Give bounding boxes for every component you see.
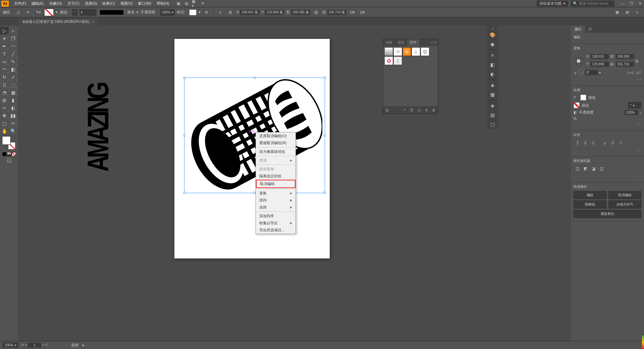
arrange-artboard-icon[interactable]: ▦ [613, 9, 621, 16]
pf-intersect[interactable]: ◪ [590, 165, 597, 172]
symbol-sprayer-tool[interactable]: ❋ [0, 112, 9, 119]
align-hcenter[interactable]: ┼ [582, 139, 589, 146]
next-artboard[interactable]: ▸ [43, 343, 44, 348]
symbol-item[interactable]: ● [402, 47, 411, 56]
current-page[interactable]: 1 [28, 343, 41, 348]
align-icon[interactable]: ≡ [216, 9, 224, 16]
pathfinder-more-icon[interactable]: ⋯ [637, 173, 641, 179]
coord-w[interactable]: 188.395 毫 [291, 10, 310, 15]
cm-undo[interactable]: 还原取消编组(U) [256, 132, 296, 139]
panel-tab-brushes[interactable]: 画笔 [395, 39, 407, 46]
cm-transform[interactable]: 变换▶ [256, 190, 296, 197]
eyedropper-tool[interactable]: ✑ [0, 104, 9, 112]
menu-select[interactable]: 选择(S) [82, 0, 100, 7]
rotate-tool[interactable]: ↻ [0, 73, 9, 81]
line-tool[interactable]: ╱ [9, 50, 17, 58]
magic-wand-tool[interactable]: ✦ [0, 35, 9, 42]
flip-h-icon[interactable]: ▷◁ [628, 71, 633, 74]
stroke-weight[interactable]: ⌃ [72, 9, 77, 16]
panel-menu-icon[interactable]: ≡ [633, 9, 641, 16]
menu-effect[interactable]: 效果(C) [100, 0, 117, 7]
cm-collect-export[interactable]: 收集以导出▶ [256, 220, 296, 227]
align-vcenter[interactable]: ┼ [609, 139, 616, 146]
scale-tool[interactable]: ⤢ [9, 73, 17, 81]
symbol-item[interactable]: ▲ [412, 47, 420, 56]
transform-more-icon[interactable]: ⋯ [637, 77, 641, 82]
prop-opacity[interactable] [625, 110, 638, 115]
stock-search[interactable]: 🔍搜索 Adobe Stock [571, 1, 614, 7]
delete-symbol-icon[interactable]: 🗑 [431, 107, 436, 113]
cm-arrange[interactable]: 排列▶ [256, 197, 296, 204]
artboards-panel-icon[interactable]: ▢ [488, 120, 497, 129]
shaper-tool[interactable]: 〜 [0, 65, 9, 73]
panel-tab-swatches[interactable]: 色板 [383, 39, 395, 46]
appearance-more-icon[interactable]: ⋯ [637, 122, 641, 127]
recolor-icon[interactable]: ⊚ [203, 9, 211, 16]
gradient-panel-icon[interactable]: ◧ [488, 60, 497, 69]
edit-icon[interactable]: ✎▾ [34, 9, 42, 16]
sel-handle[interactable] [183, 192, 185, 194]
stroke-width-dd[interactable]: ▾ [79, 9, 96, 16]
color-panel-icon[interactable]: 🎨 [488, 30, 497, 40]
toggle-icon-a[interactable]: ▦ [176, 1, 181, 6]
cm-select[interactable]: 选择▶ [256, 204, 296, 211]
artboard-tool[interactable]: ▢ [0, 119, 9, 127]
rectangle-tool[interactable]: ▭ [0, 58, 9, 65]
minimize-button[interactable]: — [620, 1, 625, 6]
screen-mode[interactable]: ▢ [7, 158, 11, 162]
paintbrush-tool[interactable]: ✎ [9, 58, 17, 65]
link-wh-icon[interactable]: ⛓ [312, 9, 320, 16]
opacity-value[interactable]: 100%▾ [160, 9, 175, 16]
slice-tool[interactable]: ✂ [9, 119, 17, 127]
first-artboard[interactable]: |◂ [21, 343, 24, 348]
fill-swatch[interactable] [44, 9, 54, 16]
align-left[interactable]: ├ [574, 139, 581, 146]
workspace-dropdown[interactable]: 传统基本功能▾ [537, 1, 568, 7]
cm-isolate[interactable]: 隔离选定的组 [256, 173, 296, 180]
transparency-panel-icon[interactable]: ◐ [488, 69, 497, 79]
lasso-tool[interactable]: ❐ [9, 35, 17, 42]
menu-help[interactable]: 帮助(H) [154, 0, 172, 7]
prop-x[interactable] [591, 54, 609, 59]
zoom-level[interactable]: 100%▾ [3, 343, 18, 348]
link-dims-icon[interactable]: ⛓ [635, 59, 639, 63]
symbol-item[interactable] [384, 47, 393, 56]
btn-isolate[interactable]: 隔离组 [574, 200, 606, 209]
style-swatch[interactable] [189, 9, 197, 15]
angle-wheel[interactable] [578, 69, 584, 75]
curvature-tool[interactable]: 〰 [9, 42, 17, 50]
column-graph-tool[interactable]: ▮▮ [9, 112, 17, 119]
pf-unite[interactable]: ◫ [574, 165, 581, 172]
flip-v-icon[interactable]: △▽ [636, 71, 641, 74]
panel-tab-symbols[interactable]: 符号 [407, 39, 419, 46]
symbol-item[interactable]: ✿ [384, 56, 393, 65]
pen-tool[interactable]: ✒ [0, 42, 9, 50]
pf-minus[interactable]: ◩ [582, 165, 589, 172]
cm-add-library[interactable]: 添加到库 [256, 213, 296, 220]
transform-icon[interactable]: ▾ [24, 9, 32, 16]
symbol-libraries-icon[interactable]: ▥ [384, 107, 390, 113]
btn-group[interactable]: 编组 [574, 191, 606, 199]
coord-h[interactable]: 155.716 毫 [327, 10, 346, 15]
menu-window[interactable]: 窗口(W) [135, 0, 154, 7]
toggle-icon-b[interactable]: ▤ [184, 1, 189, 6]
sel-handle[interactable] [324, 192, 326, 194]
symbol-item[interactable]: ✱ [393, 47, 402, 56]
direct-selection-tool[interactable]: ▹ [9, 27, 17, 35]
break-link-icon[interactable]: ⛓ [409, 107, 414, 113]
canvas[interactable]: AMAZING [18, 25, 571, 341]
layers-panel-icon[interactable]: ◈ [488, 101, 497, 110]
coord-y[interactable]: 129.999 毫 [265, 10, 284, 15]
fill-color-swatch[interactable] [580, 95, 586, 101]
more-opts-icon[interactable]: ⊡▾ [358, 9, 366, 16]
prop-y[interactable] [591, 62, 609, 67]
btn-save-symbol[interactable]: 存储为符号 [608, 200, 641, 209]
reference-grid-icon[interactable]: ⊞ [226, 9, 234, 16]
blend-tool[interactable]: ◐ [9, 104, 17, 112]
sel-handle[interactable] [324, 77, 326, 79]
shape-builder-tool[interactable]: ◔ [0, 89, 9, 96]
prev-artboard[interactable]: ◂ [25, 343, 26, 348]
prop-h[interactable] [616, 62, 634, 67]
type-tool[interactable]: T [0, 50, 9, 58]
color-guide-icon[interactable]: ◉ [488, 40, 497, 49]
